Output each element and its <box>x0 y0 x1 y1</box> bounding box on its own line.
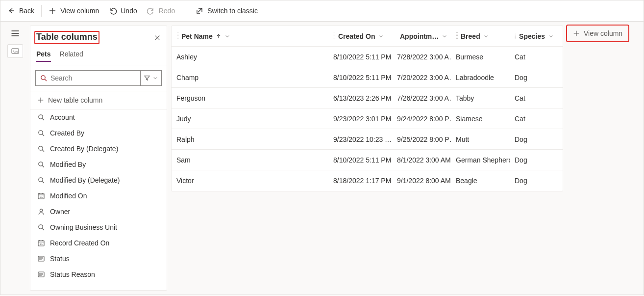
cell-species: Dog <box>510 135 559 143</box>
plus-icon <box>49 7 56 15</box>
cell-pet-name: Champ <box>172 74 328 81</box>
plus-icon <box>37 97 44 104</box>
chevron-down-icon <box>152 75 158 81</box>
column-header-label: Created On <box>338 32 375 40</box>
view-column-side-button[interactable]: View column <box>567 26 628 41</box>
table-row[interactable]: Judy9/23/2022 3:01 PM9/24/2022 8:00 P…Si… <box>172 108 563 129</box>
redo-label: Redo <box>159 7 175 15</box>
column-list: AccountCreated ByCreated By (Delegate)Mo… <box>30 109 167 282</box>
cell-appointment: 9/25/2022 8:00 P… <box>392 135 451 143</box>
filter-button[interactable] <box>141 70 162 86</box>
column-list-item[interactable]: Created By <box>30 125 167 141</box>
cell-breed: Beagle <box>451 177 510 185</box>
drag-handle-icon[interactable] <box>176 32 178 40</box>
panel-close-button[interactable] <box>154 34 161 41</box>
column-list-item[interactable]: Status <box>30 251 167 267</box>
column-list-item-label: Created By (Delegate) <box>50 145 118 153</box>
lookup-icon <box>37 176 45 184</box>
leftrail-components-tab[interactable] <box>7 44 23 58</box>
tab-related[interactable]: Related <box>60 48 83 62</box>
column-header-breed[interactable]: Breed <box>451 32 510 40</box>
search-icon <box>40 74 48 82</box>
drag-handle-icon[interactable] <box>333 32 335 40</box>
undo-button[interactable]: Undo <box>104 3 142 19</box>
cell-created-on: 8/10/2022 5:11 PM <box>328 156 392 164</box>
table-row[interactable]: Ashley8/10/2022 5:11 PM7/28/2022 3:00 A…… <box>172 47 563 67</box>
cell-pet-name: Ferguson <box>172 94 328 102</box>
column-header-label: Species <box>519 32 545 40</box>
view-column-button[interactable]: View column <box>44 3 104 19</box>
cell-species: Dog <box>510 156 559 164</box>
drag-handle-icon[interactable] <box>515 32 516 40</box>
table-row[interactable]: Ralph9/23/2022 10:23 …9/25/2022 8:00 P…M… <box>172 129 563 150</box>
cell-pet-name: Ralph <box>172 135 328 143</box>
funnel-icon <box>144 75 150 81</box>
chevron-down-icon[interactable] <box>548 33 554 39</box>
toolbar-separator <box>41 5 42 17</box>
column-list-item[interactable]: Owner <box>30 204 167 219</box>
column-list-item[interactable]: Status Reason <box>30 267 167 282</box>
column-list-item-label: Account <box>50 113 75 121</box>
panel-tabs: Pets Related <box>30 48 167 65</box>
cell-pet-name: Victor <box>172 177 328 185</box>
table-row[interactable]: Champ8/10/2022 5:11 PM7/20/2022 3:00 A…L… <box>172 67 563 88</box>
column-list-item[interactable]: Record Created On <box>30 235 167 251</box>
lookup-icon <box>37 223 45 231</box>
column-list-item-label: Modified By (Delegate) <box>50 176 120 184</box>
cell-species: Cat <box>510 94 559 102</box>
column-list-item-label: Owner <box>50 208 70 215</box>
search-box[interactable] <box>35 70 141 86</box>
table-row[interactable]: Ferguson6/13/2023 2:26 PM7/26/2022 3:00 … <box>172 88 563 108</box>
search-input[interactable] <box>50 74 136 82</box>
date-icon <box>37 192 45 200</box>
column-list-item-label: Owning Business Unit <box>50 223 117 231</box>
switch-classic-button[interactable]: Switch to classic <box>191 3 263 19</box>
redo-icon <box>147 7 155 15</box>
cell-created-on: 9/23/2022 3:01 PM <box>328 115 392 123</box>
cell-species: Cat <box>510 53 559 61</box>
cell-appointment: 7/20/2022 3:00 A… <box>392 74 451 81</box>
chevron-down-icon[interactable] <box>483 33 489 39</box>
column-list-item[interactable]: Modified On <box>30 188 167 204</box>
lookup-icon <box>37 161 45 168</box>
cell-breed: Tabby <box>451 94 510 102</box>
new-table-column-button[interactable]: New table column <box>30 91 167 109</box>
chevron-down-icon[interactable] <box>442 33 447 39</box>
column-list-item[interactable]: Created By (Delegate) <box>30 141 167 157</box>
tab-pets[interactable]: Pets <box>36 48 51 62</box>
cell-created-on: 6/13/2023 2:26 PM <box>328 94 392 102</box>
back-label: Back <box>19 7 34 15</box>
column-header-species[interactable]: Species <box>510 32 559 40</box>
column-list-item[interactable]: Modified By <box>30 157 167 172</box>
back-button[interactable]: Back <box>2 3 39 19</box>
cell-appointment: 9/24/2022 8:00 P… <box>392 115 451 123</box>
column-header-label: Pet Name <box>181 32 213 40</box>
column-header-created-on[interactable]: Created On <box>328 32 392 40</box>
column-header-pet-name[interactable]: Pet Name <box>172 32 328 40</box>
command-bar: Back View column Undo Redo Switch to cla… <box>0 0 644 22</box>
cell-created-on: 8/18/2022 1:17 PM <box>328 177 392 185</box>
column-list-item-label: Created By <box>50 129 84 137</box>
column-list-item[interactable]: Modified By (Delegate) <box>30 172 167 188</box>
column-list-item[interactable]: Owning Business Unit <box>30 219 167 235</box>
column-header-label: Breed <box>461 32 480 40</box>
column-header-appointment[interactable]: Appointm… <box>392 32 451 40</box>
redo-button[interactable]: Redo <box>142 3 180 19</box>
hamburger-icon[interactable] <box>10 28 20 38</box>
cell-created-on: 8/10/2022 5:11 PM <box>328 74 392 81</box>
column-list-item-label: Status <box>50 255 70 263</box>
left-rail <box>4 26 26 291</box>
chevron-down-icon[interactable] <box>378 33 384 39</box>
cell-breed: Mutt <box>451 135 510 143</box>
data-grid: Pet Name Created On Appointm… Breed <box>171 26 563 191</box>
column-list-item[interactable]: Account <box>30 109 167 125</box>
chevron-down-icon[interactable] <box>224 33 230 39</box>
cell-pet-name: Sam <box>172 156 328 164</box>
column-header-label: Appointm… <box>400 32 439 40</box>
cell-created-on: 8/10/2022 5:11 PM <box>328 53 392 61</box>
drag-handle-icon[interactable] <box>456 32 458 40</box>
table-row[interactable]: Sam8/10/2022 5:11 PM8/1/2022 3:00 AMGerm… <box>172 150 563 170</box>
table-row[interactable]: Victor8/18/2022 1:17 PM9/1/2022 8:00 AMB… <box>172 170 563 191</box>
cell-species: Cat <box>510 115 559 123</box>
cell-appointment: 7/28/2022 3:00 A… <box>392 53 451 61</box>
